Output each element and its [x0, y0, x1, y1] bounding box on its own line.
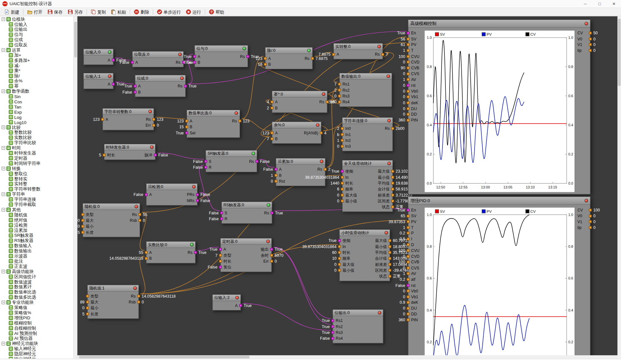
panel-input-port-DD[interactable] — [407, 313, 410, 316]
node-title-bar[interactable]: 位与:0 — [195, 46, 247, 52]
tree-item-加+[interactable]: 加+ — [0, 53, 74, 58]
output-port[interactable] — [256, 160, 259, 163]
panel-input-port-En[interactable] — [407, 32, 410, 35]
output-port[interactable] — [311, 57, 314, 60]
input-port[interactable] — [264, 63, 267, 66]
input-port[interactable] — [81, 219, 84, 222]
panel-input-port-Vb1[interactable] — [407, 295, 410, 298]
node-位输出:0[interactable]: 位输出:0TrueRs1TrueRs2TrueRs3FalseRs4 — [333, 309, 384, 343]
input-port[interactable] — [338, 245, 341, 248]
output-port[interactable] — [152, 118, 155, 121]
input-port[interactable] — [204, 166, 207, 169]
input-port[interactable] — [81, 231, 84, 234]
input-port[interactable] — [193, 55, 196, 58]
input-port[interactable] — [81, 213, 84, 216]
tree-item-时钟发生器[interactable]: 时钟发生器 — [0, 151, 74, 156]
toolbar-button-delete[interactable]: 删除 — [131, 8, 151, 15]
node-沿检测:0[interactable]: 沿检测:0FalseAPRsFalseNRsFalse — [146, 183, 198, 205]
tree-group-转换[interactable]: −转换 — [0, 166, 74, 171]
output-port[interactable] — [320, 131, 323, 134]
tree-item-除/[interactable]: 除/ — [0, 73, 74, 78]
node-title-bar[interactable]: 全天值滑动统计 — [342, 160, 392, 167]
panel-input-port-alf[interactable] — [407, 278, 410, 281]
node-位取反:0[interactable]: 位取反:0FalseARsTrue — [132, 51, 184, 67]
tree-item-数值单比选[interactable]: 数值单比选 — [0, 290, 74, 295]
output-port[interactable] — [112, 83, 115, 86]
output-port[interactable] — [194, 251, 197, 254]
panel-input-port-T[interactable] — [407, 49, 410, 52]
tree-item-整数比较[interactable]: 整数比较 — [0, 130, 74, 135]
toolbar-button-run[interactable]: 运行 — [183, 8, 203, 15]
node-位输入:1[interactable]: 位输入:1ATrue — [83, 73, 113, 89]
tree-group-高级功能块[interactable]: −高级功能块 — [0, 269, 74, 274]
node-余%:0[interactable]: 余%:0123AR(A%B)47B — [272, 121, 321, 143]
panel-input-port-rst[interactable] — [407, 84, 410, 87]
input-port[interactable] — [219, 254, 222, 257]
output-port[interactable] — [388, 251, 391, 254]
tree-collapse-icon[interactable]: − — [2, 89, 5, 93]
tree-item-字符串比较[interactable]: 字符串比较 — [0, 140, 74, 145]
node-数值输出:0[interactable]: 数值输出:07Rs12Rs20Rs32b00Rs4 — [339, 73, 392, 107]
design-canvas[interactable]: 位输入:0AFalse位取反:0FalseARsTrue位与:0TrueARsT… — [77, 16, 617, 355]
input-port[interactable] — [341, 176, 344, 179]
panel-input-port-SV[interactable] — [407, 38, 410, 40]
panel-output-port-CV[interactable] — [589, 32, 592, 35]
panel-input-port-Vb0[interactable] — [407, 290, 410, 292]
tree-group-字符串[interactable]: −字符串 — [0, 192, 74, 197]
tree-collapse-icon[interactable]: − — [2, 167, 5, 170]
output-port[interactable] — [324, 168, 327, 171]
input-port[interactable] — [341, 145, 344, 148]
tree-item-数值滤波[interactable]: 数值滤波 — [0, 279, 74, 284]
tree-group-运算[interactable]: −运算 — [0, 48, 74, 53]
node-title-bar[interactable]: 字符串转整数:0 — [103, 108, 154, 115]
input-port[interactable] — [338, 89, 341, 92]
output-port[interactable] — [137, 301, 140, 303]
panel-input-port-CVB[interactable] — [407, 261, 410, 264]
input-port[interactable] — [338, 239, 341, 242]
tree-group-其他[interactable]: −其他 — [0, 207, 74, 212]
input-port[interactable] — [185, 131, 188, 134]
toolbar-button-copy[interactable]: 复制 — [88, 8, 108, 15]
input-port[interactable] — [270, 137, 273, 140]
node-title-bar[interactable]: SR触发器:0 — [206, 151, 257, 157]
input-port[interactable] — [331, 325, 334, 328]
panel-input-port-PtN[interactable] — [407, 119, 410, 122]
tree-item-实数比较[interactable]: 实数比较 — [0, 135, 74, 140]
node-title-bar[interactable]: 数值输出:0 — [340, 73, 392, 80]
output-port[interactable] — [154, 154, 157, 157]
tree-item-沿检测[interactable]: 沿检测 — [0, 222, 74, 228]
tree-item-整转实[interactable]: 整转实 — [0, 176, 74, 181]
tree-item-SR触发器[interactable]: SR触发器 — [0, 233, 74, 238]
tree-collapse-icon[interactable]: − — [2, 270, 5, 273]
tree-collapse-icon[interactable]: − — [2, 126, 5, 129]
input-port[interactable] — [131, 61, 134, 64]
panel-input-port-I[interactable] — [407, 238, 410, 241]
input-port[interactable] — [204, 160, 207, 163]
node-title-bar[interactable]: 时钟发生器:0 — [104, 144, 155, 151]
vertical-scrollbar-thumb[interactable] — [618, 18, 621, 86]
panel-output-port-tip[interactable] — [589, 226, 592, 229]
node-除/:0[interactable]: 除/:0123ARs7.687516B — [265, 47, 313, 69]
node-全天值滑动统计[interactable]: 全天值滑动统计True使能最大值23.102539.8735304031864I… — [342, 160, 393, 212]
tree-group-时间[interactable]: −时间 — [0, 145, 74, 151]
horizontal-scrollbar-thumb[interactable] — [79, 356, 250, 358]
input-port[interactable] — [338, 269, 341, 272]
input-port[interactable] — [145, 251, 148, 254]
node-定时器:0[interactable]: 定时器:0TrueA输出True7类型余时6970时长Err0False复位 — [220, 238, 272, 272]
toolbar-button-open[interactable]: 打开 — [25, 8, 45, 15]
panel-input-port-CVU[interactable] — [407, 55, 410, 58]
tree-group-比较[interactable]: −比较 — [0, 125, 74, 130]
input-port[interactable] — [134, 91, 137, 94]
input-port[interactable] — [341, 182, 344, 185]
tree-item-批注[interactable]: 批注 — [0, 259, 74, 264]
node-title-bar[interactable]: 随机值:0 — [83, 204, 140, 210]
tree-item-数值输出[interactable]: 数值输出 — [0, 248, 74, 254]
tree-item-自模糊控制[interactable]: 自模糊控制 — [0, 325, 74, 331]
input-port[interactable] — [338, 83, 341, 86]
node-字符串连接:0[interactable]: 字符串连接:02In0Rs2b00bIn11In20In3 — [342, 117, 393, 151]
node-幂^:0[interactable]: 幂^:04ARs162B — [272, 91, 328, 113]
input-port[interactable] — [220, 211, 223, 214]
panel-input-port-PV[interactable] — [407, 220, 410, 223]
input-port[interactable] — [86, 295, 89, 298]
node-字符串转整数:0[interactable]: 字符串转整数:0123ARs123Err0 — [102, 108, 154, 130]
